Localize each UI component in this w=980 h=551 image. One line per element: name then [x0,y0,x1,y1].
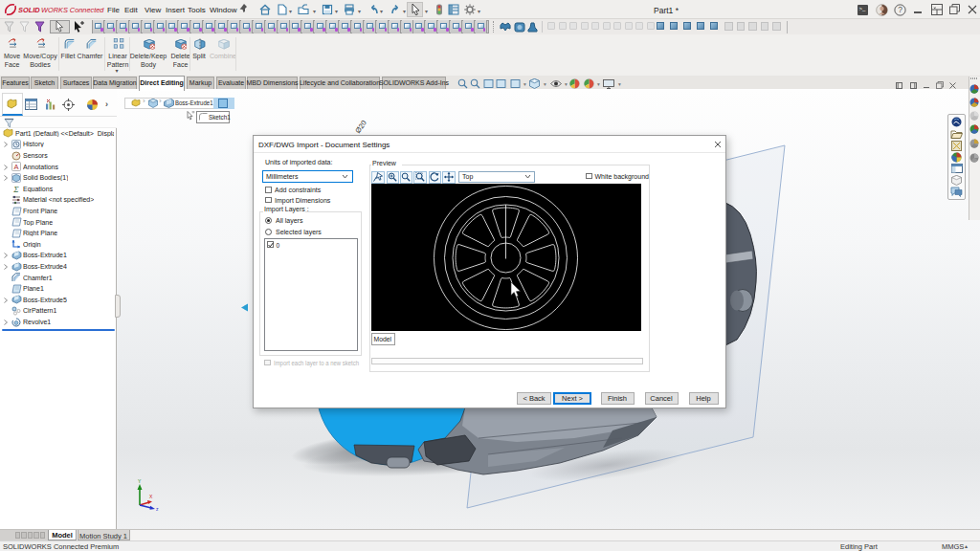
svg-text:X: X [149,494,153,499]
svg-text:A: A [13,163,18,171]
svg-text:z: z [156,506,159,511]
svg-text:Σ: Σ [12,185,19,194]
svg-text:?: ? [898,5,902,14]
svg-text:Y: Y [138,478,142,484]
